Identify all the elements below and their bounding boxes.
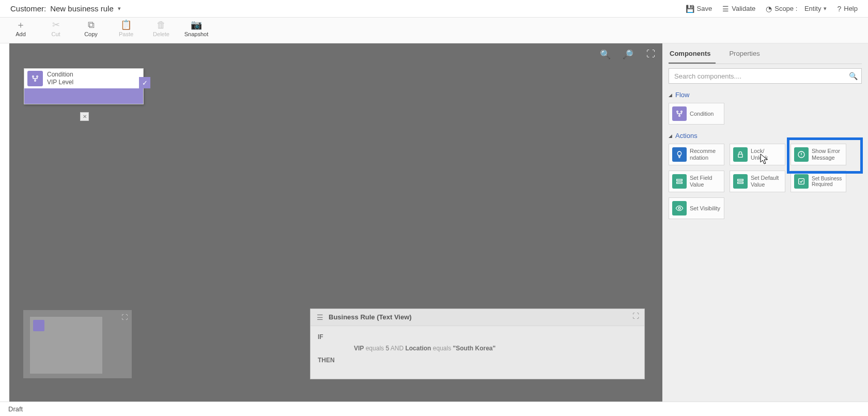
design-canvas[interactable]: 🔍 🔎 ⛶ Condition VIP Level ✓ ✕ ⛶ [9,43,662,402]
textview-title: Business Rule (Text View) [329,313,412,321]
scope-value: Entity [804,5,822,12]
validate-label: Validate [732,5,755,12]
then-keyword: THEN [318,357,335,364]
fit-button[interactable]: ⛶ [645,49,656,60]
condition-icon [672,106,687,121]
plus-icon: ＋ [16,20,25,30]
help-icon: ? [837,5,841,13]
delete-icon: 🗑 [157,20,166,30]
help-button[interactable]: ?Help [837,5,858,13]
lightbulb-icon [672,147,687,162]
condition-node[interactable]: Condition VIP Level ✓ ✕ [24,68,144,104]
svg-rect-9 [677,182,683,183]
if-keyword: IF [318,333,323,341]
text-view-panel: ☰ Business Rule (Text View) ⛶ IF VIP equ… [310,309,645,379]
cut-button[interactable]: ✂Cut [45,20,66,37]
condition-text: VIP equals 5 AND Location equals "South … [354,343,637,355]
delete-button[interactable]: 🗑Delete [151,20,172,37]
paste-button[interactable]: 📋Paste [116,20,136,37]
copy-icon: ⧉ [88,20,95,30]
svg-rect-12 [799,179,804,184]
components-panel: Components Properties 🔍 ◢Flow Condition … [662,43,868,402]
svg-rect-8 [677,179,683,181]
tab-components[interactable]: Components [669,47,716,64]
textview-expand-icon[interactable]: ⛶ [632,312,639,320]
scope-label: Scope : [774,5,797,12]
svg-rect-11 [738,182,743,183]
entity-label: Customer: [10,4,46,13]
help-label: Help [844,5,858,12]
lock-icon [733,147,748,162]
page-title[interactable]: Customer: New business rule ▾ [10,4,121,13]
minimap[interactable]: ⛶ [23,310,132,378]
node-valid-badge: ✓ [139,77,150,88]
scope-icon: ◔ [766,5,772,13]
collapse-icon: ◢ [669,133,672,138]
condition-icon [27,71,43,86]
collapse-icon: ◢ [669,93,672,98]
chevron-down-icon: ▾ [824,5,827,12]
toolbar: ＋Add ✂Cut ⧉Copy 📋Paste 🗑Delete 📷Snapshot [0,18,868,43]
required-icon [794,174,809,189]
node-type: Condition [47,71,73,79]
component-show-error[interactable]: Show Error Message [791,144,846,165]
error-icon [794,147,809,162]
eye-icon [672,201,687,215]
tab-properties[interactable]: Properties [728,47,765,64]
svg-point-4 [681,111,683,113]
status-bar: Draft [0,402,868,416]
component-set-visibility[interactable]: Set Visibility [669,197,724,219]
save-button[interactable]: 💾Save [686,5,712,13]
component-recommendation[interactable]: Recomme ndation [669,144,724,165]
svg-point-0 [33,76,34,78]
chevron-down-icon: ▾ [118,5,121,12]
svg-rect-10 [738,179,743,181]
field-icon [672,174,687,189]
minimap-expand-icon[interactable]: ⛶ [121,314,128,321]
svg-point-2 [35,80,36,82]
svg-rect-6 [738,154,742,157]
snapshot-button[interactable]: 📷Snapshot [186,20,207,37]
save-label: Save [697,5,712,12]
add-button[interactable]: ＋Add [10,20,31,37]
svg-point-13 [678,207,680,209]
textview-icon: ☰ [317,313,323,321]
paste-icon: 📋 [120,20,132,30]
component-lock-unlock[interactable]: Lock/ Unlock [730,144,785,165]
validate-icon: ☰ [722,5,729,13]
cut-icon: ✂ [52,20,60,30]
default-icon [733,174,748,189]
component-condition[interactable]: Condition [669,103,724,125]
save-icon: 💾 [686,5,694,13]
search-icon: 🔍 [849,72,858,80]
component-set-field-value[interactable]: Set Field Value [669,171,724,192]
svg-point-3 [677,111,678,113]
zoom-in-button[interactable]: 🔍 [599,49,611,60]
scope-selector[interactable]: ◔Scope : Entity▾ [766,5,827,13]
camera-icon: 📷 [191,20,202,30]
svg-point-5 [679,115,680,117]
component-set-business-required[interactable]: Set Business Required [791,171,846,192]
copy-button[interactable]: ⧉Copy [81,20,101,37]
search-components-input[interactable] [669,68,862,84]
rule-name: New business rule [50,4,114,13]
status-text: Draft [8,405,23,413]
group-actions[interactable]: ◢Actions [669,132,862,140]
svg-point-1 [37,76,38,78]
group-flow[interactable]: ◢Flow [669,91,862,99]
zoom-out-button[interactable]: 🔎 [622,49,633,60]
node-false-branch[interactable]: ✕ [80,112,89,121]
component-set-default-value[interactable]: Set Default Value [730,171,785,192]
node-name: VIP Level [47,79,73,86]
validate-button[interactable]: ☰Validate [722,5,755,13]
